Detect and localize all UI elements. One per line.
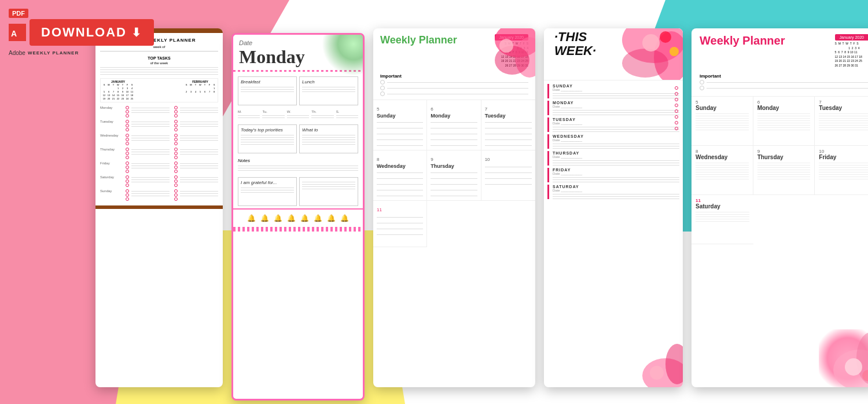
card-monday-planner: Date Monday Breakfast Lunch M. Tu. <box>231 33 365 401</box>
card-weekly-green: Weekly Planner January 2020 S M T W T F … <box>373 28 535 387</box>
svg-point-14 <box>650 366 664 380</box>
card4-day-wednesday: 8 Wednesday <box>373 150 427 201</box>
card1-day-wednesday: Wednesday <box>100 134 218 145</box>
pdf-badge: PDF <box>9 9 28 18</box>
card4-day-11: 11 <box>373 201 427 247</box>
card3-bottom-icons: 🔔🔔 🔔🔔 🔔🔔 🔔🔔 <box>233 208 363 227</box>
adobe-label: Adobe WEEKLY PLANNER <box>9 50 79 56</box>
card6-days-grid: 5 Sunday 6 Monday 7 Tuesday 8 <box>692 96 868 244</box>
card6-month-badge: January 2020 <box>835 34 868 41</box>
card1-mini-cal: JANUARY SMTWTFS 1234 567891011 121314151… <box>100 78 218 102</box>
card5-friday: FRIDAY Date ___________ <box>547 168 679 182</box>
card4-day-extra1: 10 <box>481 150 535 201</box>
card-weekly-pink: Weekly Planner January 2020 S M T W T F … <box>692 28 868 387</box>
card6-saturday-label: Saturday <box>696 203 749 210</box>
card3-extra-box <box>299 177 358 206</box>
card6-day-wednesday: 8 Wednesday <box>692 146 753 195</box>
card1-day-monday: Monday <box>100 106 218 117</box>
floral-top-right <box>317 35 363 81</box>
card3-grateful-section: I am grateful for... <box>233 175 363 208</box>
card4-day-sunday: 5 Sunday <box>373 100 427 150</box>
card3-breakfast-box: Breakfast <box>238 76 297 105</box>
card4-day-thursday: 9 Thursday <box>427 150 481 201</box>
card5-monday: MONDAY Date ___________ <box>547 101 679 115</box>
download-arrow-icon: ⬇ <box>131 25 142 39</box>
card6-day-monday: 6 Monday <box>753 97 815 146</box>
card5-wednesday: WEDNESDAY Date ___________ <box>547 134 679 149</box>
card-simple-planner: Weekly Weekly Planner week of TOP TASKS … <box>95 28 223 387</box>
card3-priorities-section: Today's top priorities What to <box>233 122 363 156</box>
card6-header: Weekly Planner January 2020 S M T W T F … <box>692 28 868 71</box>
card6-cal-grid: S M T W T F S 1 2 3 4 5 6 7 8 9 10 11 12… <box>835 42 868 68</box>
card6-title: Weekly Planner <box>700 34 785 47</box>
card1-subtitle: of the week <box>100 61 218 65</box>
download-button[interactable]: DOWNLOAD ⬇ <box>30 19 154 46</box>
card1-day-saturday: Saturday <box>100 175 218 187</box>
card1-day-friday: Friday <box>100 161 218 173</box>
card4-day-tuesday: 7 Tuesday <box>481 100 535 150</box>
card6-day-tuesday: 7 Tuesday <box>815 97 868 146</box>
download-section: PDF A DOWNLOAD ⬇ Adobe WEEKLY PLANNER <box>9 9 154 56</box>
card1-top-tasks: TOP TASKS <box>100 56 218 60</box>
svg-point-17 <box>845 358 862 376</box>
card5-thursday: THURSDAY Date ___________ <box>547 151 679 166</box>
planner-cards: Weekly Weekly Planner week of TOP TASKS … <box>0 0 868 404</box>
card5-this-week-text: ·THISWEEK· <box>550 28 683 63</box>
adobe-icon: A <box>9 24 26 41</box>
card1-day-tuesday: Tuesday <box>100 120 218 131</box>
card4-title: Weekly Planner <box>380 34 457 46</box>
card3-grateful-box: I am grateful for... <box>238 177 297 206</box>
card5-sunday: SUNDAY Date ___________ <box>547 84 679 98</box>
card4-month-badge: January 2020 <box>495 34 528 41</box>
card1-days: Monday Tuesday <box>100 106 218 201</box>
card4-header: Weekly Planner January 2020 S M T W T F … <box>373 28 535 71</box>
card1-content: Weekly Weekly Planner week of TOP TASKS … <box>95 33 223 205</box>
card6-day-sunday: 5 Sunday <box>692 97 753 146</box>
card6-day-saturday: 11 Saturday <box>692 195 753 244</box>
card5-floral-bottom <box>625 341 683 387</box>
card3-notes: Notes <box>233 156 363 175</box>
card6-important: Important <box>692 71 868 94</box>
card5-tuesday: TUESDAY Date ___________ <box>547 117 679 132</box>
card4-important: Important <box>373 71 535 100</box>
card1-task-lines <box>100 67 218 75</box>
card-this-week: ·THISWEEK· SUNDAY Date ___________ MONDA… <box>544 28 683 387</box>
card6-day-thursday: 9 Thursday <box>753 146 815 195</box>
svg-text:A: A <box>11 29 17 38</box>
card1-day-sunday: Sunday <box>100 189 218 201</box>
card5-saturday: SATURDAY Date ___________ <box>547 185 679 199</box>
card3-habits: M. Tu. W. Th. S. <box>233 108 363 122</box>
card5-days-list: SUNDAY Date ___________ MONDAY Date ____… <box>544 80 683 205</box>
card4-day-monday: 6 Monday <box>427 100 481 150</box>
card5-checkboxes <box>675 86 678 130</box>
card6-floral-corner <box>819 329 868 387</box>
card5-header: ·THISWEEK· <box>544 28 683 80</box>
card6-calendar: January 2020 S M T W T F S 1 2 3 4 5 6 7… <box>835 34 868 68</box>
card4-cal-grid: S M T W T F S 1 2 3 4 5 6 7 8 9 10 11 12… <box>495 42 528 68</box>
card4-days-grid: 5 Sunday 6 Monday 7 Tuesday 8 Wednesday … <box>373 100 535 247</box>
card3-priorities-box: Today's top priorities <box>238 124 297 153</box>
card6-day-friday: 10 Friday <box>815 146 868 195</box>
card4-calendar: January 2020 S M T W T F S 1 2 3 4 5 6 7… <box>495 34 528 68</box>
card1-day-thursday: Thursday <box>100 148 218 159</box>
card3-what-to-box: What to <box>299 124 358 153</box>
